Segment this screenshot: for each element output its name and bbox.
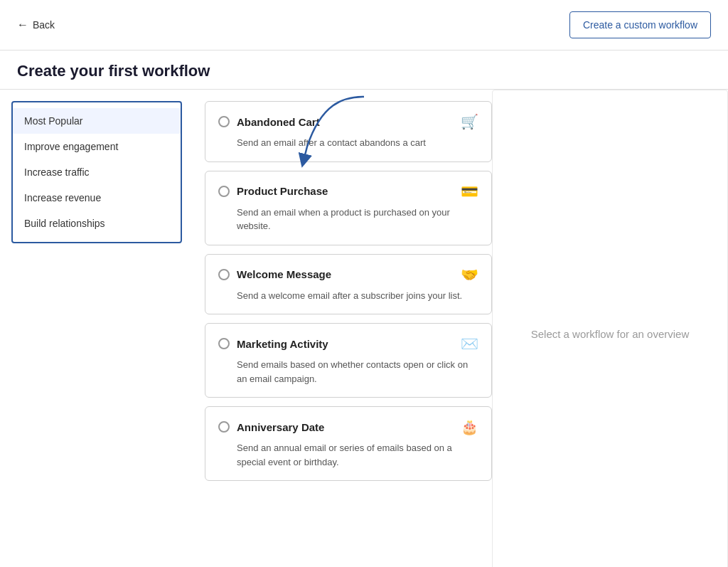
- workflow-title-marketing-activity: Marketing Activity: [237, 338, 328, 350]
- workflow-card-header-product-purchase: Product Purchase 💳: [218, 183, 478, 200]
- workflow-title-row-marketing-activity: Marketing Activity: [218, 338, 328, 350]
- workflow-card-header-anniversary-date: Anniversary Date 🎂: [218, 418, 478, 435]
- workflow-card-header-marketing-activity: Marketing Activity ✉️: [218, 335, 478, 352]
- sidebar-item-increase-traffic[interactable]: Increase traffic: [13, 159, 181, 185]
- workflow-icon-abandoned-cart: 🛒: [461, 113, 478, 130]
- workflow-title-anniversary-date: Anniversary Date: [237, 421, 324, 433]
- workflow-desc-welcome-message: Send a welcome email after a subscriber …: [218, 289, 478, 303]
- sidebar-item-increase-revenue[interactable]: Increase revenue: [13, 185, 181, 211]
- workflow-radio-abandoned-cart[interactable]: [218, 116, 230, 127]
- category-sidebar: Most PopularImprove engagementIncrease t…: [11, 101, 182, 243]
- page-title: Create your first workflow: [17, 62, 711, 80]
- workflow-card-header-abandoned-cart: Abandoned Cart 🛒: [218, 113, 478, 130]
- workflow-title-row-product-purchase: Product Purchase: [218, 185, 328, 197]
- workflow-icon-anniversary-date: 🎂: [461, 418, 478, 435]
- workflow-icon-marketing-activity: ✉️: [461, 335, 478, 352]
- overview-placeholder-text: Select a workflow for an overview: [531, 328, 690, 340]
- workflow-title-row-abandoned-cart: Abandoned Cart: [218, 116, 320, 128]
- workflow-icon-welcome-message: 🤝: [461, 266, 478, 283]
- sidebar-item-build-relationships[interactable]: Build relationships: [13, 211, 181, 236]
- workflow-card-product-purchase[interactable]: Product Purchase 💳 Send an email when a …: [205, 171, 492, 245]
- workflow-desc-abandoned-cart: Send an email after a contact abandons a…: [218, 136, 478, 150]
- workflow-radio-product-purchase[interactable]: [218, 186, 230, 197]
- workflow-card-header-welcome-message: Welcome Message 🤝: [218, 266, 478, 283]
- back-arrow-icon: ←: [17, 18, 28, 31]
- workflow-overview-panel: Select a workflow for an overview: [492, 90, 728, 567]
- sidebar-item-most-popular[interactable]: Most Popular: [13, 108, 181, 134]
- workflow-desc-product-purchase: Send an email when a product is purchase…: [218, 206, 478, 233]
- workflow-desc-marketing-activity: Send emails based on whether contacts op…: [218, 358, 478, 386]
- back-label: Back: [33, 19, 55, 31]
- workflow-title-row-welcome-message: Welcome Message: [218, 268, 331, 280]
- workflow-radio-anniversary-date[interactable]: [218, 421, 230, 433]
- back-link[interactable]: ← Back: [17, 18, 55, 31]
- workflow-card-anniversary-date[interactable]: Anniversary Date 🎂 Send an annual email …: [205, 406, 492, 481]
- workflow-title-product-purchase: Product Purchase: [237, 185, 328, 197]
- sidebar-item-improve-engagement[interactable]: Improve engagement: [13, 134, 181, 159]
- workflow-card-welcome-message[interactable]: Welcome Message 🤝 Send a welcome email a…: [205, 254, 492, 315]
- workflow-radio-marketing-activity[interactable]: [218, 338, 230, 349]
- workflow-desc-anniversary-date: Send an annual email or series of emails…: [218, 441, 478, 469]
- create-custom-workflow-button[interactable]: Create a custom workflow: [569, 11, 711, 38]
- workflow-card-marketing-activity[interactable]: Marketing Activity ✉️ Send emails based …: [205, 323, 492, 398]
- workflow-title-welcome-message: Welcome Message: [237, 268, 331, 280]
- workflow-icon-product-purchase: 💳: [461, 183, 478, 200]
- workflow-radio-welcome-message[interactable]: [218, 269, 230, 280]
- workflow-title-row-anniversary-date: Anniversary Date: [218, 421, 324, 433]
- workflow-card-abandoned-cart[interactable]: Abandoned Cart 🛒 Send an email after a c…: [205, 101, 492, 162]
- workflow-title-abandoned-cart: Abandoned Cart: [237, 116, 320, 128]
